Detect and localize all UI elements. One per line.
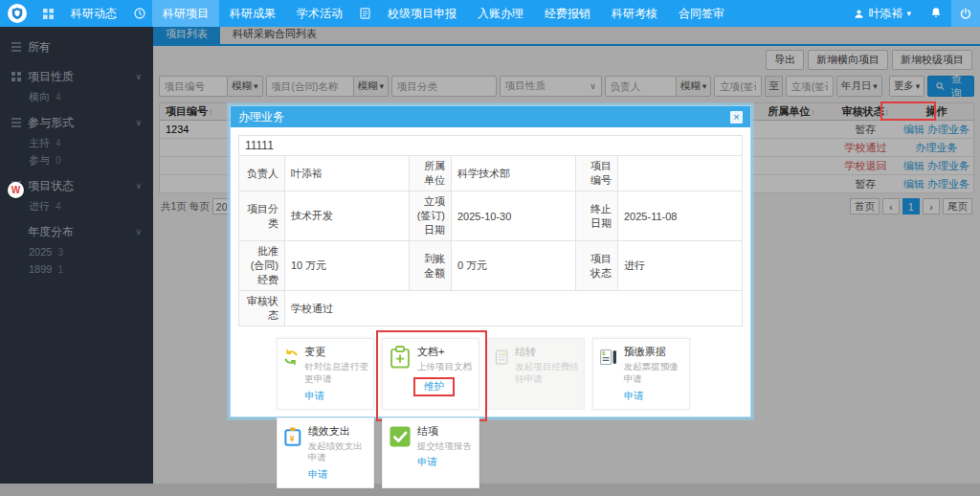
chevron-down-icon: ∨ [590, 82, 596, 91]
export-button[interactable]: 导出 [766, 50, 804, 70]
project-name-input[interactable] [266, 76, 354, 97]
nav-item-research-achievements[interactable]: 科研成果 [219, 0, 286, 27]
card-change[interactable]: 变更 针对信息进行变更申请 申请 [277, 338, 374, 410]
wps-float-badge[interactable]: W [8, 182, 24, 198]
nav-item-school-project-application[interactable]: 校级项目申报 [377, 0, 467, 27]
date-end-input[interactable] [786, 76, 834, 97]
more-filters-button[interactable]: 更多▾ [889, 76, 925, 97]
date-to-label: 至 [765, 76, 783, 97]
project-detail-table: 11111 负责人 叶添裕 所属单位 科学技术部 项目编号 项目分类 技术开发 … [238, 135, 743, 327]
notifications-button[interactable] [921, 7, 951, 21]
handle-business-link[interactable]: 办理业务 [927, 160, 969, 171]
count-badge: 4 [56, 92, 61, 102]
edit-link[interactable]: 编辑 [903, 160, 924, 171]
project-category-input[interactable] [391, 76, 497, 97]
sidebar-group-project-nature[interactable]: 项目性质 ∨ [0, 65, 153, 88]
list-icon [11, 42, 21, 52]
current-page-button[interactable]: 1 [902, 198, 920, 214]
edit-link[interactable]: 编辑 [903, 124, 924, 135]
status-badge: 学校退回 [830, 159, 902, 173]
handle-business-link[interactable]: 办理业务 [927, 178, 969, 190]
modal-title: 办理业务 [238, 109, 284, 125]
card-documents[interactable]: 文档+ 上传项目文档 维护 [382, 338, 479, 410]
date-mode-dropdown[interactable]: 年月日▾ [836, 76, 882, 97]
sidebar-item-participate[interactable]: 参与 0 [0, 151, 153, 169]
sidebar-group-participation-form[interactable]: 参与形式 ∨ [0, 111, 153, 134]
business-cards: 变更 针对信息进行变更申请 申请 文档+ 上传项目文档 维护 ¥ [277, 338, 726, 488]
first-page-button[interactable]: 首页 [850, 198, 880, 214]
apply-link[interactable]: 申请 [624, 390, 644, 403]
edit-link[interactable]: 编辑 [903, 178, 924, 190]
leader-value: 叶添裕 [285, 156, 410, 192]
handle-business-link[interactable]: 办理业务 [927, 124, 969, 135]
app-logo-icon[interactable] [8, 4, 27, 23]
fuzzy-dropdown[interactable]: 模糊▾ [677, 76, 712, 97]
project-code-input[interactable] [159, 76, 228, 97]
count-badge: 3 [57, 247, 63, 258]
nav-item-funds-entry[interactable]: 入账办理 [467, 0, 534, 27]
fuzzy-dropdown[interactable]: 模糊▾ [354, 76, 390, 97]
performance-icon: ¥ [282, 424, 303, 449]
sidebar-item-in-progress[interactable]: 进行 4 [0, 197, 153, 214]
count-badge: 4 [56, 201, 61, 212]
tab-procurement-contract-list[interactable]: 科研采购合同列表 [220, 24, 329, 44]
nav-item-expense-reimbursement[interactable]: 经费报销 [534, 0, 601, 27]
tab-project-list[interactable]: 项目列表 [153, 24, 220, 44]
status-badge: 暂存 [830, 177, 902, 192]
nav-item-research-assessment[interactable]: 科研考核 [601, 0, 668, 27]
handle-business-modal: 办理业务 × 11111 负责人 叶添裕 所属单位 科学技术部 项目编号 项目分… [230, 105, 751, 417]
card-project-closure[interactable]: 结项 提交结项报告 申请 [382, 417, 479, 489]
top-navbar: 科研动态 科研项目 科研成果 学术活动 校级项目申报 入账办理 经费报销 科研考… [0, 0, 980, 27]
apply-link[interactable]: 申请 [308, 468, 328, 482]
category-icon [11, 72, 21, 81]
per-page-label: 每页 [189, 200, 210, 214]
maintain-link[interactable]: 维护 [413, 377, 455, 396]
audit-value: 学校通过 [285, 291, 743, 327]
col-actions: 操作 [902, 104, 971, 119]
search-button[interactable]: 查询 [927, 76, 974, 97]
sidebar-group-year-distribution[interactable]: 年度分布 ∨ [0, 220, 153, 243]
fuzzy-dropdown[interactable]: 模糊▾ [228, 76, 263, 97]
nav-item-contract-approval[interactable]: 合同签审 [668, 0, 735, 27]
prev-page-button[interactable]: ‹ [882, 198, 900, 214]
svg-text:¥: ¥ [289, 433, 295, 443]
leader-input[interactable] [605, 76, 677, 97]
col-audit-status[interactable]: 审核状态↕ [830, 104, 902, 119]
tab-bar: 项目列表 科研采购合同列表 [153, 27, 980, 46]
caret-down-icon: ▾ [916, 82, 921, 91]
toolbar: 导出 新增横向项目 新增校级项目 [153, 46, 980, 72]
handle-business-link[interactable]: 办理业务 [916, 142, 958, 153]
filter-sidebar: 所有 项目性质 ∨ 横向 4 参与形式 ∨ 主持 4 参与 0 项目状态 ∨ [0, 27, 153, 484]
sidebar-item-host[interactable]: 主持 4 [0, 134, 153, 151]
next-page-button[interactable]: › [923, 198, 940, 214]
document-icon[interactable] [353, 8, 377, 19]
dept-value: 科学技术部 [452, 156, 576, 192]
project-name: 11111 [239, 136, 743, 156]
sidebar-item-year-2025[interactable]: 2025 3 [0, 243, 153, 260]
status-badge: 学校通过 [830, 141, 902, 155]
nav-item-research-trends[interactable]: 科研动态 [60, 0, 127, 27]
logout-button[interactable] [951, 0, 980, 27]
grid-icon[interactable] [36, 9, 60, 19]
clock-icon[interactable] [127, 8, 152, 19]
close-icon[interactable]: × [730, 111, 743, 124]
sidebar-item-year-1899[interactable]: 1899 1 [0, 260, 153, 278]
last-page-button[interactable]: 尾页 [943, 198, 972, 214]
project-nature-select[interactable]: 项目性质∨ [500, 76, 602, 97]
col-department[interactable]: 所属单位↕ [753, 104, 830, 119]
col-project-code[interactable]: 项目编号↕ [160, 104, 227, 119]
date-start-input[interactable] [714, 76, 762, 97]
add-horizontal-project-button[interactable]: 新增横向项目 [808, 50, 888, 70]
card-performance-expense[interactable]: ¥ 绩效支出 发起绩效支出申请 申请 [277, 417, 374, 489]
sidebar-item-all[interactable]: 所有 [0, 34, 153, 59]
apply-link[interactable]: 申请 [304, 390, 324, 403]
start-date-value: 2025-10-30 [452, 192, 576, 241]
user-menu[interactable]: 叶添裕 ▾ [844, 6, 921, 22]
sidebar-item-horizontal[interactable]: 横向 4 [0, 88, 153, 105]
card-prepaid-invoice[interactable]: $ 预缴票据 发起票据预缴申请 申请 [592, 338, 690, 410]
nav-item-research-projects[interactable]: 科研项目 [152, 0, 219, 27]
nav-item-academic-activities[interactable]: 学术活动 [286, 0, 353, 27]
add-school-project-button[interactable]: 新增校级项目 [892, 50, 972, 70]
code-value [618, 156, 743, 192]
apply-link[interactable]: 申请 [417, 456, 437, 469]
